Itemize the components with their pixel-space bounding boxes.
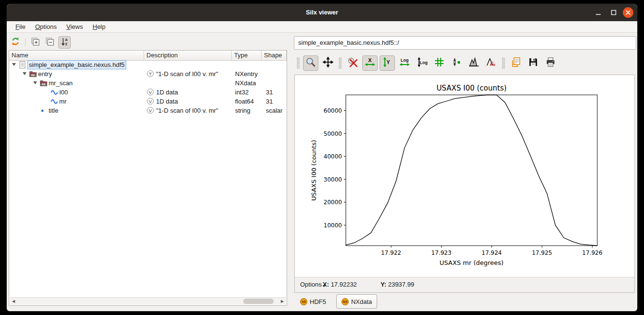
- tab-nxdata[interactable]: NXNXdata: [336, 294, 377, 309]
- tree-item-name[interactable]: mr: [59, 97, 66, 106]
- file-icon: [18, 61, 26, 69]
- log-x-button[interactable]: Log: [397, 55, 412, 71]
- x-autoscale-button[interactable]: X: [362, 55, 378, 71]
- tree-hscrollbar[interactable]: ◀ ▶: [10, 297, 286, 305]
- menu-options[interactable]: Options: [30, 21, 62, 33]
- tree-row-I00[interactable]: I00V1D dataint3231: [9, 88, 287, 97]
- tree-item-name[interactable]: I00: [59, 88, 68, 97]
- svg-text:10000: 10000: [324, 222, 342, 229]
- menu-views[interactable]: Views: [62, 21, 88, 33]
- hdf5-icon: h5: [300, 298, 307, 305]
- menubar: FileOptionsViewsHelp: [7, 21, 637, 33]
- tree-item-description: 1D data: [156, 97, 178, 106]
- toolbar-handle: [339, 57, 342, 69]
- column-header-shape[interactable]: Shape: [262, 51, 287, 60]
- fit-button[interactable]: Fit: [484, 55, 499, 71]
- curve-icon: [50, 97, 58, 105]
- svg-text:50000: 50000: [324, 131, 342, 137]
- tree-item-name[interactable]: mr_scan: [49, 79, 73, 88]
- nx-folder-icon: nx: [29, 70, 37, 78]
- svg-text:Y: Y: [386, 59, 390, 65]
- refresh-button[interactable]: [10, 37, 21, 48]
- tree-row-mr[interactable]: mrV1D datafloat6431: [9, 97, 287, 106]
- collapse-all-button[interactable]: [44, 37, 55, 48]
- plot-window: 17.92217.92317.92417.92517.9261000020000…: [294, 75, 635, 293]
- tree-item-type: NXdata: [235, 79, 256, 88]
- dataset-path-text: simple_example_basic.nexus.hdf5::/: [298, 39, 399, 46]
- tree-row-simple_example_basic.nexus.hdf5[interactable]: simple_example_basic.nexus.hdf5: [9, 60, 287, 69]
- save-button[interactable]: [526, 55, 541, 71]
- column-header-type[interactable]: Type: [232, 51, 262, 60]
- pan-icon: [322, 56, 334, 70]
- expand-all-icon: [30, 37, 40, 48]
- print-icon: [545, 56, 556, 70]
- tree-item-name[interactable]: simple_example_basic.nexus.hdf5: [27, 60, 126, 69]
- svg-text:20000: 20000: [324, 199, 342, 206]
- histogram-button[interactable]: [466, 55, 482, 71]
- scroll-left-arrow[interactable]: ◀: [10, 298, 17, 305]
- toolbar-handle: [297, 57, 300, 69]
- view-tabbar: h5HDF5NXNXdata: [295, 294, 377, 309]
- minimize-button[interactable]: [593, 7, 604, 18]
- grid-button[interactable]: [432, 55, 447, 71]
- zoom-button[interactable]: [303, 55, 318, 71]
- dot-icon: [39, 106, 48, 115]
- plot-canvas[interactable]: 17.92217.92317.92417.92517.9261000020000…: [295, 75, 634, 277]
- tree-row-entry[interactable]: nxentryT"1-D scan of I00 v. mr"NXentry: [9, 69, 287, 79]
- sort-button[interactable]: a z: [58, 36, 71, 49]
- pan-button[interactable]: [320, 55, 336, 71]
- svg-text:nx: nx: [31, 73, 35, 77]
- svg-text:Log: Log: [420, 60, 428, 65]
- tree-item-name[interactable]: title: [49, 106, 58, 115]
- tree-row-mr_scan[interactable]: nxmr_scanNXdata: [9, 79, 287, 88]
- tree-item-type: NXentry: [235, 69, 258, 79]
- copy-button[interactable]: [508, 55, 524, 71]
- fit-icon: Fit: [486, 56, 497, 70]
- tree-item-type: string: [235, 106, 250, 115]
- close-button[interactable]: [623, 7, 633, 18]
- plot-options-button[interactable]: Options: [300, 277, 326, 292]
- expander-arrow-icon[interactable]: [12, 63, 16, 66]
- svg-text:17.925: 17.925: [532, 249, 552, 256]
- scroll-right-arrow[interactable]: ▶: [279, 298, 286, 305]
- svg-text:60000: 60000: [324, 107, 342, 114]
- tree-item-description: "1-D scan of I00 v. mr": [156, 69, 218, 79]
- expander-arrow-icon[interactable]: [33, 81, 37, 84]
- description-badge-icon: V: [147, 89, 154, 95]
- histogram-icon: [468, 56, 480, 70]
- reset-zoom-button[interactable]: [345, 55, 360, 71]
- y-autoscale-button[interactable]: Y: [380, 55, 395, 71]
- expander-arrow-icon[interactable]: [23, 72, 26, 75]
- svg-text:17.924: 17.924: [482, 249, 502, 256]
- dataset-path-field[interactable]: simple_example_basic.nexus.hdf5::/: [294, 36, 636, 50]
- h-scrollbar-thumb[interactable]: [243, 299, 274, 304]
- svg-text:X: X: [368, 57, 372, 63]
- cursor-y-readout: Y: 23937.99: [381, 277, 414, 292]
- curve-style-button[interactable]: [449, 55, 464, 71]
- svg-text:z: z: [65, 41, 67, 46]
- column-header-description[interactable]: Description: [144, 51, 232, 60]
- zoom-icon: [305, 56, 316, 70]
- menu-file[interactable]: File: [11, 21, 30, 33]
- menu-help[interactable]: Help: [88, 21, 110, 33]
- log-y-button[interactable]: Log: [414, 55, 430, 71]
- tree-item-name[interactable]: entry: [38, 69, 52, 79]
- tree-item-shape: scalar: [266, 106, 283, 115]
- tab-hdf5[interactable]: h5HDF5: [295, 294, 331, 309]
- tree-toolbar: a z: [10, 36, 71, 49]
- titlebar[interactable]: Silx viewer: [7, 4, 637, 21]
- svg-text:30000: 30000: [324, 176, 342, 183]
- hdf5-tree-panel: NameDescriptionTypeShape simple_example_…: [9, 50, 287, 306]
- tab-label: NXdata: [351, 298, 372, 305]
- toolbar-separator: [25, 39, 26, 46]
- plot-status-bar: Options X: 17.92232 Y: 23937.99: [295, 277, 634, 292]
- tree-row-title[interactable]: titleV"1-D scan of I00 v. mr"stringscala…: [9, 106, 287, 115]
- tree-item-shape: 31: [266, 97, 273, 106]
- description-badge-icon: V: [147, 98, 154, 105]
- print-button[interactable]: [543, 55, 558, 71]
- tree-item-description: "1-D scan of I00 v. mr": [156, 106, 218, 115]
- expand-all-button[interactable]: [29, 37, 41, 48]
- column-header-name[interactable]: Name: [9, 51, 144, 60]
- tree-item-type: int32: [235, 88, 249, 97]
- maximize-button[interactable]: [608, 7, 619, 18]
